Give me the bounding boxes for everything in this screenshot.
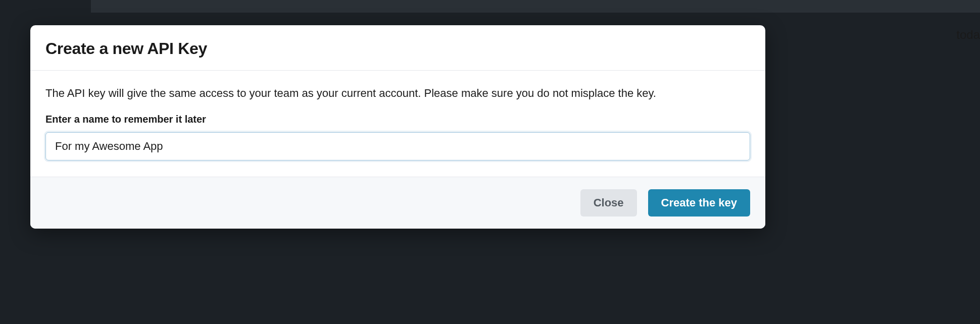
api-key-name-input[interactable] xyxy=(45,132,750,160)
background-panel xyxy=(91,0,980,13)
api-key-name-label: Enter a name to remember it later xyxy=(45,114,750,125)
modal-title: Create a new API Key xyxy=(45,39,750,58)
background-partial-text: toda xyxy=(956,28,980,42)
modal-footer: Close Create the key xyxy=(30,177,765,229)
create-api-key-modal: Create a new API Key The API key will gi… xyxy=(30,25,765,229)
modal-description: The API key will give the same access to… xyxy=(45,86,750,101)
modal-header: Create a new API Key xyxy=(30,25,765,71)
close-button[interactable]: Close xyxy=(580,189,637,217)
modal-body: The API key will give the same access to… xyxy=(30,71,765,177)
create-key-button[interactable]: Create the key xyxy=(648,189,750,217)
